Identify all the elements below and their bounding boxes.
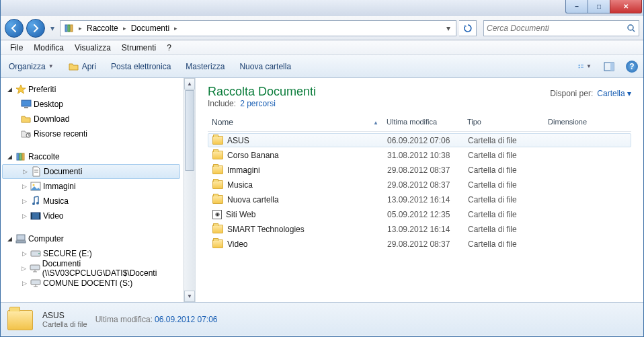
expand-icon[interactable]: ▷ <box>21 183 28 190</box>
library-title: Raccolta Documenti <box>208 85 316 99</box>
organize-button[interactable]: Organizza ▼ <box>6 60 56 73</box>
sort-ascending-icon: ▲ <box>373 120 378 126</box>
svg-rect-0 <box>65 25 67 32</box>
file-row[interactable]: Musica29.08.2012 08:37Cartella di file <box>208 178 631 192</box>
search-box[interactable] <box>483 20 639 36</box>
file-row[interactable]: Corso Banana31.08.2012 10:38Cartella di … <box>208 148 631 162</box>
scroll-thumb[interactable] <box>185 90 194 171</box>
download-icon <box>21 114 32 124</box>
menu-file[interactable]: File <box>5 42 28 54</box>
new-folder-button[interactable]: Nuova cartella <box>237 60 294 73</box>
tree-label: Musica <box>43 196 69 206</box>
burn-button[interactable]: Masterizza <box>183 60 227 73</box>
column-size[interactable]: Dimensione <box>544 116 611 128</box>
tree-downloads[interactable]: Download <box>1 112 182 126</box>
file-row[interactable]: ◉Siti Web05.09.2012 12:35Cartella di fil… <box>208 207 631 221</box>
nav-history-dropdown[interactable]: ▾ <box>48 20 57 36</box>
file-row[interactable]: SMART Technologies13.09.2012 16:14Cartel… <box>208 222 631 236</box>
file-type: Cartella di file <box>464 151 545 160</box>
arrange-label: Disponi per: <box>550 89 593 98</box>
refresh-button[interactable] <box>459 20 477 36</box>
recent-icon <box>21 128 32 139</box>
scroll-up-button[interactable]: ▲ <box>184 78 195 89</box>
expand-icon[interactable]: ▷ <box>22 168 29 175</box>
tree-network-drive[interactable]: ▷ COMUNE DOCENTI (S:) <box>1 276 182 291</box>
expand-icon[interactable]: ▷ <box>21 265 28 272</box>
expand-icon[interactable]: ▷ <box>21 250 28 257</box>
column-type[interactable]: Tipo <box>463 116 544 128</box>
close-button[interactable]: ✕ <box>610 0 642 13</box>
tree-favorites[interactable]: ◢ Preferiti <box>1 82 182 97</box>
breadcrumb[interactable]: ▸ Raccolte ▸ Documenti ▸ ▾ <box>60 20 456 36</box>
view-options-button[interactable]: ▼ <box>577 59 592 74</box>
breadcrumb-segment[interactable]: Raccolte <box>84 24 121 33</box>
breadcrumb-segment[interactable]: Documenti <box>128 24 172 33</box>
svg-rect-25 <box>31 213 40 219</box>
search-input[interactable] <box>487 24 627 33</box>
open-button[interactable]: Apri <box>66 60 99 73</box>
maximize-button[interactable]: □ <box>588 0 610 13</box>
svg-rect-11 <box>22 100 31 106</box>
svg-rect-17 <box>19 153 22 160</box>
file-row[interactable]: ASUS06.09.2012 07:06Cartella di file <box>208 133 631 147</box>
tree-music[interactable]: ▷ Musica <box>1 194 182 209</box>
svg-rect-28 <box>17 235 25 240</box>
column-name[interactable]: Nome ▲ <box>208 116 383 128</box>
email-button[interactable]: Posta elettronica <box>108 60 173 73</box>
file-modified: 29.08.2012 08:37 <box>383 165 464 175</box>
scrollbar[interactable]: ▲ ▼ <box>184 78 195 302</box>
chevron-right-icon[interactable]: ▸ <box>121 25 128 32</box>
folder-icon <box>212 180 223 189</box>
tree-network-drive[interactable]: ▷ Documenti (\\SV03CPCLUG\DATI$\Docenti <box>1 261 182 276</box>
expand-icon[interactable]: ▷ <box>21 198 28 204</box>
computer-icon <box>15 233 26 244</box>
svg-rect-35 <box>31 280 40 285</box>
arrange-dropdown[interactable]: Cartella ▾ <box>597 89 631 98</box>
chevron-right-icon[interactable]: ▸ <box>172 25 179 32</box>
collapse-icon[interactable]: ◢ <box>6 153 13 160</box>
file-row[interactable]: Immagini29.08.2012 08:37Cartella di file <box>208 163 631 177</box>
help-button[interactable]: ? <box>626 61 638 73</box>
tree-libraries[interactable]: ◢ Raccolte <box>1 149 182 164</box>
includes-link[interactable]: 2 percorsi <box>240 99 276 108</box>
back-button[interactable] <box>5 19 24 38</box>
svg-point-3 <box>628 25 633 30</box>
tree-videos[interactable]: ▷ Video <box>1 209 182 223</box>
expand-icon[interactable]: ▷ <box>21 280 28 287</box>
column-headers: Nome ▲ Ultima modifica Tipo Dimensione <box>208 116 631 132</box>
tree-computer[interactable]: ◢ Computer <box>1 231 182 246</box>
svg-rect-2 <box>71 25 73 32</box>
menu-edit[interactable]: Modifica <box>28 42 69 54</box>
tree-label: Computer <box>28 234 64 244</box>
tree-label: Download <box>34 114 69 124</box>
search-icon[interactable] <box>627 24 636 33</box>
forward-button[interactable] <box>26 19 45 38</box>
menu-view[interactable]: Visualizza <box>69 42 116 54</box>
minimize-button[interactable]: – <box>565 0 588 13</box>
svg-rect-10 <box>610 63 614 71</box>
file-row[interactable]: Nuova cartella13.09.2012 16:14Cartella d… <box>208 192 631 207</box>
svg-rect-5 <box>579 65 580 66</box>
file-type: Cartella di file <box>464 239 545 249</box>
menu-tools[interactable]: Strumenti <box>116 42 161 54</box>
file-name: Musica <box>227 180 253 190</box>
preview-pane-button[interactable] <box>602 59 616 74</box>
tree-recent[interactable]: Risorse recenti <box>1 126 182 141</box>
svg-rect-29 <box>16 241 26 243</box>
expand-icon[interactable]: ▷ <box>21 213 28 219</box>
tree-desktop[interactable]: Desktop <box>1 97 182 112</box>
scroll-down-button[interactable]: ▼ <box>184 291 195 302</box>
chevron-right-icon[interactable]: ▸ <box>77 25 84 32</box>
tree-documents[interactable]: ▷ Documenti <box>2 164 180 179</box>
file-name: Video <box>227 239 247 249</box>
file-row[interactable]: Video29.08.2012 08:37Cartella di file <box>208 237 631 251</box>
includes-label: Include: <box>208 99 236 108</box>
collapse-icon[interactable]: ◢ <box>6 235 13 242</box>
file-modified: 31.08.2012 10:38 <box>383 151 464 160</box>
collapse-icon[interactable]: ◢ <box>6 86 13 93</box>
svg-point-24 <box>36 202 39 204</box>
column-modified[interactable]: Ultima modifica <box>383 116 463 128</box>
tree-pictures[interactable]: ▷ Immagini <box>1 179 182 194</box>
menu-help[interactable]: ? <box>161 42 177 54</box>
breadcrumb-dropdown[interactable]: ▾ <box>442 24 454 33</box>
